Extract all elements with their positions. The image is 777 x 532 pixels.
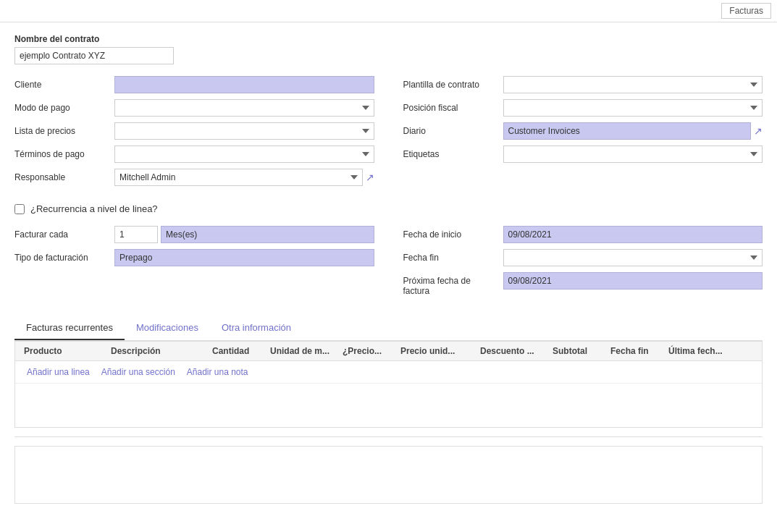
col-subtotal: Subtotal xyxy=(550,346,608,356)
col-precio-check: ¿Precio... xyxy=(340,346,398,356)
recurrence-label: ¿Recurrencia a nivel de linea? xyxy=(30,203,158,214)
recurring-invoices-table: Producto Descripción Cantidad Unidad de … xyxy=(14,341,763,428)
interval-unit-select[interactable]: Mes(es) xyxy=(161,226,374,243)
terminos-pago-select[interactable] xyxy=(114,145,374,163)
tipo-facturacion-label: Tipo de facturación xyxy=(14,249,109,263)
diario-select[interactable]: Customer Invoices xyxy=(503,122,752,140)
lista-precios-select[interactable] xyxy=(114,122,374,140)
modo-pago-label: Modo de pago xyxy=(14,103,109,113)
tab-modificaciones[interactable]: Modificaciones xyxy=(125,316,210,340)
diario-label: Diario xyxy=(403,126,497,136)
facturas-button[interactable]: Facturas xyxy=(721,3,771,19)
fecha-inicio-select[interactable]: 09/08/2021 xyxy=(503,226,763,243)
fecha-inicio-label: Fecha de inicio xyxy=(403,226,497,240)
col-producto: Producto xyxy=(21,346,108,356)
etiquetas-label: Etiquetas xyxy=(403,149,497,159)
bottom-notes-area xyxy=(14,446,763,504)
table-actions: Añadir una linea Añadir una sección Añad… xyxy=(15,361,762,384)
plantilla-select[interactable] xyxy=(503,76,763,93)
col-fecha-fin: Fecha fin xyxy=(608,346,665,356)
proxima-fecha-select[interactable]: 09/08/2021 xyxy=(503,272,763,290)
tipo-facturacion-select[interactable]: Prepago xyxy=(114,249,374,266)
responsable-external-link[interactable]: ↗ xyxy=(366,172,374,183)
modo-pago-select[interactable] xyxy=(114,99,374,117)
divider xyxy=(14,436,763,437)
add-line-link[interactable]: Añadir una linea xyxy=(27,367,90,377)
col-unidad: Unidad de m... xyxy=(267,346,340,356)
tab-facturas-recurrentes[interactable]: Facturas recurrentes xyxy=(14,316,125,340)
etiquetas-select[interactable] xyxy=(503,145,763,163)
posicion-fiscal-label: Posición fiscal xyxy=(403,103,497,113)
recurrence-checkbox[interactable] xyxy=(14,204,25,214)
facturar-label: Facturar cada xyxy=(14,226,109,240)
fecha-fin-label: Fecha fin xyxy=(403,249,497,263)
add-section-link[interactable]: Añadir una sección xyxy=(101,367,175,377)
add-note-link[interactable]: Añadir una nota xyxy=(187,367,248,377)
col-precio-unid: Precio unid... xyxy=(398,346,477,356)
responsable-label: Responsable xyxy=(14,172,109,182)
diario-external-link[interactable]: ↗ xyxy=(754,125,763,137)
cliente-select[interactable] xyxy=(114,76,374,93)
posicion-fiscal-select[interactable] xyxy=(503,99,763,117)
col-descripcion: Descripción xyxy=(108,346,209,356)
col-ultima-fecha: Última fech... xyxy=(665,346,738,356)
table-empty-area xyxy=(15,384,762,427)
cliente-label: Cliente xyxy=(14,80,109,90)
lista-precios-label: Lista de precios xyxy=(14,126,109,136)
interval-number-input[interactable] xyxy=(114,226,158,243)
contract-name-label: Nombre del contrato xyxy=(14,34,763,44)
tabs-bar: Facturas recurrentes Modificaciones Otra… xyxy=(14,316,763,341)
proxima-fecha-label: Próxima fecha defactura xyxy=(403,272,497,296)
fecha-fin-select[interactable] xyxy=(503,249,763,266)
responsable-select[interactable]: Mitchell Admin xyxy=(114,169,363,186)
terminos-pago-label: Términos de pago xyxy=(14,149,109,159)
contract-name-input[interactable] xyxy=(14,47,174,64)
table-header: Producto Descripción Cantidad Unidad de … xyxy=(15,342,762,361)
plantilla-label: Plantilla de contrato xyxy=(403,80,497,90)
tab-otra-informacion[interactable]: Otra información xyxy=(210,316,303,340)
col-descuento: Descuento ... xyxy=(477,346,550,356)
col-cantidad: Cantidad xyxy=(209,346,267,356)
